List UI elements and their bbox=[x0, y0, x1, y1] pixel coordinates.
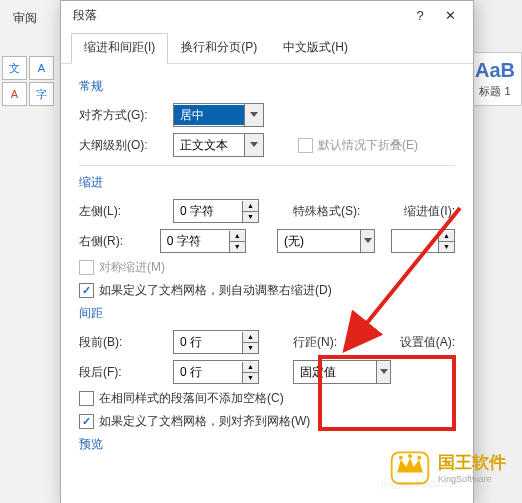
divider bbox=[79, 165, 455, 166]
mirror-indent-checkbox: 对称缩进(M) bbox=[79, 259, 165, 276]
dialog-tabs: 缩进和间距(I) 换行和分页(P) 中文版式(H) bbox=[61, 29, 473, 64]
auto-adjust-indent-checkbox[interactable]: ✓ 如果定义了文档网格，则自动调整右缩进(D) bbox=[79, 282, 332, 299]
spin-up-icon[interactable]: ▲ bbox=[243, 201, 258, 211]
left-indent-value: 0 字符 bbox=[174, 201, 242, 221]
line-spacing-value: 固定值 bbox=[294, 362, 376, 382]
paragraph-dialog: 段落 ? ✕ 缩进和间距(I) 换行和分页(P) 中文版式(H) 常规 对齐方式… bbox=[60, 0, 474, 503]
style-preview-text: AaB bbox=[475, 59, 515, 82]
tab-asian-typography[interactable]: 中文版式(H) bbox=[270, 33, 361, 63]
svg-point-6 bbox=[399, 456, 403, 460]
checkbox-box bbox=[298, 138, 313, 153]
chevron-down-icon bbox=[244, 134, 263, 156]
watermark-text: jingyan.baidu.com bbox=[381, 478, 462, 489]
space-before-spinner[interactable]: 0 行 ▲▼ bbox=[173, 330, 259, 354]
collapse-label: 默认情况下折叠(E) bbox=[318, 137, 418, 154]
ribbon-tab-review[interactable]: 审阅 bbox=[13, 10, 37, 27]
style-gallery-item[interactable]: AaB 标题 1 bbox=[468, 52, 522, 106]
left-indent-spinner[interactable]: 0 字符 ▲▼ bbox=[173, 199, 259, 223]
help-button[interactable]: ? bbox=[405, 1, 435, 29]
close-button[interactable]: ✕ bbox=[435, 1, 465, 29]
indent-value-spinner[interactable]: ▲▼ bbox=[391, 229, 455, 253]
section-indent: 缩进 bbox=[79, 174, 455, 191]
no-space-same-style-label: 在相同样式的段落间不添加空格(C) bbox=[99, 390, 284, 407]
spin-down-icon[interactable]: ▼ bbox=[243, 211, 258, 222]
outline-value: 正文文本 bbox=[174, 135, 244, 155]
special-value: (无) bbox=[278, 231, 360, 251]
dialog-titlebar: 段落 ? ✕ bbox=[61, 1, 473, 29]
spin-down-icon[interactable]: ▼ bbox=[243, 372, 258, 383]
ribbon-group-2: A 字 bbox=[2, 82, 54, 106]
outline-label: 大纲级别(O): bbox=[79, 137, 165, 154]
checkbox-box bbox=[79, 391, 94, 406]
spin-up-icon[interactable]: ▲ bbox=[439, 231, 454, 241]
spin-down-icon[interactable]: ▼ bbox=[243, 342, 258, 353]
alignment-label: 对齐方式(G): bbox=[79, 107, 165, 124]
spin-down-icon[interactable]: ▼ bbox=[230, 241, 245, 252]
checkbox-box: ✓ bbox=[79, 414, 94, 429]
spin-up-icon[interactable]: ▲ bbox=[243, 362, 258, 372]
space-after-value: 0 行 bbox=[174, 362, 242, 382]
line-spacing-label: 行距(N): bbox=[293, 334, 337, 351]
collapse-checkbox: 默认情况下折叠(E) bbox=[298, 137, 418, 154]
ribbon-group-1: 文 A bbox=[2, 56, 54, 80]
section-spacing: 间距 bbox=[79, 305, 455, 322]
right-indent-spinner[interactable]: 0 字符 ▲▼ bbox=[160, 229, 246, 253]
chevron-down-icon bbox=[244, 104, 263, 126]
set-at-label: 设置值(A): bbox=[400, 334, 455, 351]
special-label: 特殊格式(S): bbox=[293, 203, 360, 220]
ribbon-btn-wen[interactable]: 文 bbox=[2, 56, 27, 80]
ribbon-btn-zi[interactable]: 字 bbox=[29, 82, 54, 106]
snap-to-grid-label: 如果定义了文档网格，则对齐到网格(W) bbox=[99, 413, 310, 430]
svg-marker-1 bbox=[250, 142, 258, 147]
outline-combo[interactable]: 正文文本 bbox=[173, 133, 264, 157]
spin-up-icon[interactable]: ▲ bbox=[230, 231, 245, 241]
alignment-combo[interactable]: 居中 bbox=[173, 103, 264, 127]
alignment-value: 居中 bbox=[174, 105, 244, 125]
ribbon-btn-a2[interactable]: A bbox=[2, 82, 27, 106]
indent-value-label: 缩进值(I): bbox=[404, 203, 455, 220]
dialog-title: 段落 bbox=[73, 7, 97, 24]
svg-point-8 bbox=[417, 456, 421, 460]
svg-point-7 bbox=[408, 454, 412, 458]
space-after-spinner[interactable]: 0 行 ▲▼ bbox=[173, 360, 259, 384]
line-spacing-combo[interactable]: 固定值 bbox=[293, 360, 391, 384]
space-before-label: 段前(B): bbox=[79, 334, 165, 351]
chevron-down-icon bbox=[376, 361, 390, 383]
right-indent-label: 右侧(R): bbox=[79, 233, 152, 250]
right-indent-value: 0 字符 bbox=[161, 231, 229, 251]
spin-up-icon[interactable]: ▲ bbox=[243, 332, 258, 342]
no-space-same-style-checkbox[interactable]: 在相同样式的段落间不添加空格(C) bbox=[79, 390, 284, 407]
svg-marker-2 bbox=[364, 238, 372, 243]
chevron-down-icon bbox=[360, 230, 374, 252]
svg-marker-3 bbox=[380, 369, 388, 374]
space-before-value: 0 行 bbox=[174, 332, 242, 352]
snap-to-grid-checkbox[interactable]: ✓ 如果定义了文档网格，则对齐到网格(W) bbox=[79, 413, 310, 430]
tab-line-page-breaks[interactable]: 换行和分页(P) bbox=[168, 33, 270, 63]
special-combo[interactable]: (无) bbox=[277, 229, 375, 253]
spin-down-icon[interactable]: ▼ bbox=[439, 241, 454, 252]
auto-adjust-indent-label: 如果定义了文档网格，则自动调整右缩进(D) bbox=[99, 282, 332, 299]
tab-indent-spacing[interactable]: 缩进和间距(I) bbox=[71, 33, 168, 64]
style-caption: 标题 1 bbox=[479, 84, 510, 99]
checkbox-box: ✓ bbox=[79, 283, 94, 298]
left-indent-label: 左侧(L): bbox=[79, 203, 165, 220]
svg-marker-0 bbox=[250, 112, 258, 117]
checkbox-box bbox=[79, 260, 94, 275]
mirror-indent-label: 对称缩进(M) bbox=[99, 259, 165, 276]
space-after-label: 段后(F): bbox=[79, 364, 165, 381]
ribbon-btn-a[interactable]: A bbox=[29, 56, 54, 80]
section-general: 常规 bbox=[79, 78, 455, 95]
logo-title: 国王软件 bbox=[438, 451, 506, 474]
